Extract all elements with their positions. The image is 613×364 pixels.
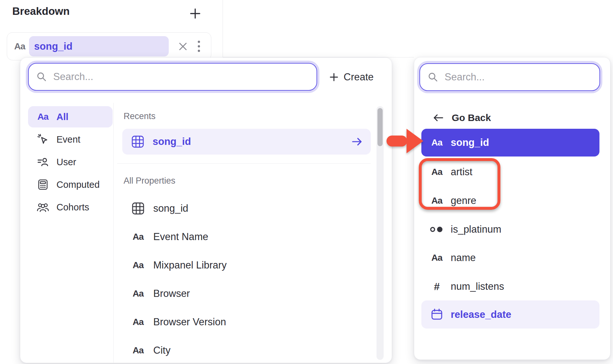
search-input[interactable]	[53, 71, 309, 83]
breakdown-chip-value[interactable]: song_id	[29, 36, 169, 56]
search-icon	[36, 72, 47, 82]
user-icon	[36, 156, 49, 168]
add-breakdown-button[interactable]	[188, 6, 202, 21]
property-list: song_id Aa Event Name Aa Mixpanel Librar…	[122, 194, 371, 364]
search-icon	[428, 72, 438, 82]
arrow-right-icon	[351, 137, 363, 147]
sidebar-item-event[interactable]: Event	[28, 129, 113, 150]
nested-property-release-date[interactable]: release_date	[421, 300, 599, 329]
property-label: City	[153, 345, 170, 356]
property-label: release_date	[451, 309, 511, 320]
screenshot-canvas: Breakdown Aa song_id Create Aa	[0, 0, 613, 364]
remove-breakdown-button[interactable]	[176, 39, 190, 54]
string-type-icon: Aa	[14, 41, 25, 52]
nested-property-artist[interactable]: Aa artist	[421, 158, 599, 186]
property-label: Mixpanel Library	[153, 259, 226, 271]
string-type-icon: Aa	[131, 288, 145, 299]
string-type-icon: Aa	[131, 345, 145, 356]
category-sidebar: Aa All Event User Computed	[28, 106, 113, 219]
close-icon	[178, 42, 188, 51]
breakdown-options-button[interactable]	[193, 39, 206, 54]
create-label: Create	[344, 71, 374, 83]
plus-icon	[329, 73, 338, 82]
recent-property-label: song_id	[153, 136, 343, 147]
search-input[interactable]	[444, 71, 592, 83]
create-property-button[interactable]: Create	[329, 68, 374, 86]
chip-value-label: song_id	[34, 41, 73, 52]
list-divider	[117, 163, 371, 164]
property-label: Event Name	[153, 231, 208, 243]
recent-property-song-id[interactable]: song_id	[122, 129, 371, 155]
number-type-icon: #	[429, 281, 444, 293]
left-search-box[interactable]	[28, 63, 317, 91]
sidebar-item-computed[interactable]: Computed	[28, 174, 113, 195]
property-label: Browser Version	[153, 316, 226, 328]
property-label: artist	[451, 166, 472, 178]
nested-property-genre[interactable]: Aa genre	[421, 187, 599, 215]
sidebar-item-label: User	[56, 157, 76, 167]
arrow-left-icon	[433, 113, 444, 122]
scrollbar-thumb[interactable]	[377, 108, 383, 146]
nested-property-name[interactable]: Aa name	[421, 244, 599, 272]
right-search-box[interactable]	[419, 63, 600, 91]
property-label: song_id	[451, 137, 489, 148]
property-label: num_listens	[451, 281, 504, 292]
go-back-label: Go Back	[452, 112, 491, 123]
property-label: is_platinum	[451, 224, 501, 235]
breakdown-chip[interactable]: Aa song_id	[7, 32, 211, 60]
string-type-icon: Aa	[131, 317, 145, 327]
sidebar-item-label: Event	[56, 134, 80, 145]
sidebar-item-label: Computed	[56, 179, 100, 190]
string-type-icon: Aa	[131, 260, 145, 270]
scrollbar-track[interactable]	[377, 106, 384, 360]
property-item-browser-version[interactable]: Aa Browser Version	[122, 308, 371, 336]
property-label: song_id	[153, 203, 188, 214]
property-item-mixpanel-library[interactable]: Aa Mixpanel Library	[122, 251, 371, 279]
sidebar-divider	[113, 103, 114, 363]
string-type-icon: Aa	[36, 112, 49, 122]
property-label: name	[451, 252, 476, 264]
nested-property-song-id[interactable]: Aa song_id	[421, 129, 599, 157]
breakdown-section-title: Breakdown	[12, 5, 70, 17]
calculator-icon	[36, 178, 49, 191]
string-type-icon: Aa	[429, 196, 444, 206]
property-item-event-name[interactable]: Aa Event Name	[122, 223, 371, 251]
string-type-icon: Aa	[429, 253, 444, 263]
plus-icon	[190, 8, 201, 19]
sidebar-item-user[interactable]: User	[28, 151, 113, 173]
string-type-icon: Aa	[429, 167, 444, 177]
table-grid-icon	[131, 135, 145, 148]
cursor-click-icon	[36, 133, 49, 146]
sidebar-item-label: All	[56, 112, 68, 122]
sidebar-item-cohorts[interactable]: Cohorts	[28, 197, 113, 218]
section-border-vertical	[223, 0, 223, 57]
nested-property-num-listens[interactable]: # num_listens	[421, 273, 599, 300]
calendar-icon	[429, 308, 444, 321]
property-picker-panel: Create Aa All Event User	[20, 57, 392, 363]
string-type-icon: Aa	[131, 232, 145, 242]
nested-property-is-platinum[interactable]: is_platinum	[421, 216, 599, 243]
sidebar-item-label: Cohorts	[56, 202, 89, 213]
property-item-city[interactable]: Aa City	[122, 336, 371, 364]
table-grid-icon	[131, 202, 145, 215]
boolean-type-icon	[429, 225, 444, 234]
string-type-icon: Aa	[429, 137, 444, 148]
property-label: Browser	[153, 288, 190, 299]
recents-header: Recents	[124, 111, 156, 121]
sidebar-item-all[interactable]: Aa All	[28, 106, 113, 127]
property-item-song-id[interactable]: song_id	[122, 194, 371, 223]
go-back-button[interactable]: Go Back	[433, 110, 491, 125]
all-properties-header: All Properties	[124, 176, 176, 186]
property-item-browser[interactable]: Aa Browser	[122, 279, 371, 308]
kebab-icon	[198, 41, 200, 43]
cohorts-icon	[36, 201, 49, 213]
nested-property-panel: Go Back Aa song_id Aa artist Aa genre is…	[414, 57, 610, 360]
property-label: genre	[451, 195, 476, 207]
